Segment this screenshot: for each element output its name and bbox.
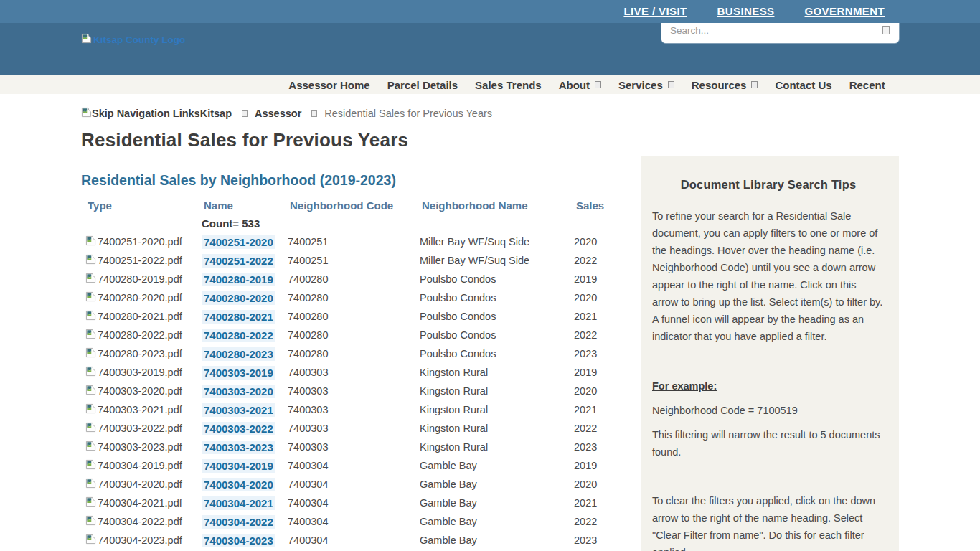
- document-link[interactable]: 7400303-2022: [202, 422, 275, 435]
- table-row: 7400304-2021.pdf7400304-20217400304Gambl…: [85, 494, 622, 512]
- neighborhood-name-cell: Poulsbo Condos: [420, 292, 574, 303]
- neighborhood-code-cell: 7400304: [288, 479, 420, 490]
- clear-filters-text: To clear the filters you applied, click …: [652, 492, 885, 551]
- neighborhood-name-cell: Kingston Rural: [420, 367, 574, 378]
- broken-image-icon: [85, 291, 96, 304]
- document-name-cell: 7400303-2022: [202, 423, 288, 435]
- nav-item-sales-trends[interactable]: Sales Trends: [475, 79, 542, 91]
- document-link[interactable]: 7400280-2022: [202, 329, 275, 342]
- document-link[interactable]: 7400251-2022: [202, 254, 275, 268]
- sales-year-cell: 2020: [574, 292, 617, 303]
- document-name-cell: 7400280-2020: [202, 292, 288, 304]
- document-link[interactable]: 7400304-2021: [202, 496, 275, 510]
- document-type-cell[interactable]: 7400280-2021.pdf: [85, 310, 202, 323]
- search-tips-paragraph: To refine your search for a Residential …: [652, 207, 885, 345]
- breadcrumb-link-assessor[interactable]: Assessor: [255, 108, 301, 119]
- neighborhood-code-cell: 7400303: [288, 423, 420, 434]
- document-link[interactable]: 7400280-2019: [202, 273, 275, 286]
- column-header-neighborhood-code[interactable]: Neighborhood Code: [288, 199, 420, 212]
- nav-item-parcel-details[interactable]: Parcel Details: [387, 79, 458, 91]
- sales-year-cell: 2021: [574, 311, 617, 322]
- table-row: 7400280-2020.pdf7400280-20207400280Pouls…: [85, 288, 622, 307]
- document-link[interactable]: 7400303-2020: [202, 385, 275, 398]
- nav-item-about[interactable]: About: [559, 79, 601, 91]
- document-type-cell[interactable]: 7400280-2022.pdf: [85, 329, 202, 342]
- document-link[interactable]: 7400303-2023: [202, 441, 275, 454]
- broken-image-icon: [85, 347, 96, 360]
- document-type-cell[interactable]: 7400303-2020.pdf: [85, 385, 202, 397]
- document-type-cell[interactable]: 7400303-2019.pdf: [85, 366, 202, 379]
- column-header-neighborhood-name[interactable]: Neighborhood Name: [420, 199, 574, 212]
- document-type-cell[interactable]: 7400251-2022.pdf: [85, 254, 202, 267]
- document-type-cell[interactable]: 7400304-2019.pdf: [85, 459, 202, 472]
- table-header-row: TypeNameNeighborhood CodeNeighborhood Na…: [85, 197, 622, 214]
- search-tips-title: Document Library Search Tips: [652, 178, 885, 192]
- broken-image-icon: [85, 385, 96, 397]
- neighborhood-name-cell: Kingston Rural: [420, 385, 574, 397]
- document-link[interactable]: 7400303-2019: [202, 366, 275, 380]
- document-type-cell[interactable]: 7400303-2022.pdf: [85, 422, 202, 435]
- document-type-cell[interactable]: 7400280-2019.pdf: [85, 273, 202, 286]
- nav-item-label: Contact Us: [775, 79, 831, 91]
- sales-table: TypeNameNeighborhood CodeNeighborhood Na…: [85, 197, 622, 551]
- document-filename: 7400304-2021.pdf: [98, 497, 182, 509]
- neighborhood-name-cell: Gamble Bay: [420, 516, 574, 527]
- broken-image-icon: [85, 329, 96, 342]
- nav-item-services[interactable]: Services: [618, 79, 674, 91]
- count-label: Count= 533: [202, 217, 288, 230]
- sales-year-cell: 2022: [574, 516, 617, 527]
- broken-image-icon: [85, 459, 96, 472]
- document-type-cell[interactable]: 7400304-2021.pdf: [85, 496, 202, 509]
- document-link[interactable]: 7400280-2021: [202, 310, 275, 324]
- site-logo-link[interactable]: Kitsap County Logo: [81, 33, 185, 47]
- document-link[interactable]: 7400304-2023: [202, 534, 275, 547]
- document-name-cell: 7400251-2020: [202, 236, 288, 248]
- top-links: LIVE / VISITBUSINESSGOVERNMENT: [623, 5, 885, 17]
- breadcrumb-home[interactable]: Skip Navigation Links Kitsap: [81, 107, 232, 120]
- neighborhood-code-cell: 7400280: [288, 292, 420, 303]
- nav-item-assessor-home[interactable]: Assessor Home: [288, 79, 369, 91]
- document-type-cell[interactable]: 7400303-2021.pdf: [85, 403, 202, 416]
- nav-item-resources[interactable]: Resources: [692, 79, 758, 91]
- sales-year-cell: 2020: [574, 236, 617, 248]
- document-type-cell[interactable]: 7400304-2022.pdf: [85, 515, 202, 528]
- document-type-cell[interactable]: 7400304-2023.pdf: [85, 534, 202, 547]
- neighborhood-code-cell: 7400280: [288, 273, 420, 285]
- top-link-business[interactable]: BUSINESS: [717, 5, 775, 17]
- skip-navigation-alt-text: Skip Navigation Links: [92, 108, 200, 119]
- top-link-live-visit[interactable]: LIVE / VISIT: [623, 5, 687, 17]
- nav-item-label: Resources: [692, 79, 747, 91]
- table-row: 7400304-2022.pdf7400304-20227400304Gambl…: [85, 512, 622, 531]
- document-link[interactable]: 7400304-2019: [202, 459, 275, 473]
- document-type-cell[interactable]: 7400304-2020.pdf: [85, 478, 202, 491]
- broken-image-icon: [85, 310, 96, 323]
- breadcrumb-separator-icon: [242, 110, 248, 117]
- document-link[interactable]: 7400303-2021: [202, 403, 275, 417]
- document-type-cell[interactable]: 7400251-2020.pdf: [85, 235, 202, 248]
- document-link[interactable]: 7400280-2023: [202, 347, 275, 361]
- column-header-type[interactable]: Type: [85, 199, 202, 212]
- column-header-sales[interactable]: Sales: [574, 199, 617, 212]
- nav-item-contact-us[interactable]: Contact Us: [775, 79, 831, 91]
- neighborhood-name-cell: Miller Bay WF/Suq Side: [420, 255, 574, 266]
- page-title: Residential Sales for Previous Years: [81, 129, 980, 151]
- neighborhood-code-cell: 7400280: [288, 311, 420, 322]
- table-row: 7400251-2022.pdf7400251-20227400251Mille…: [85, 251, 622, 270]
- document-link[interactable]: 7400280-2020: [202, 291, 275, 305]
- dropdown-caret-icon: [595, 81, 601, 88]
- top-link-government[interactable]: GOVERNMENT: [804, 5, 885, 17]
- document-type-cell[interactable]: 7400303-2023.pdf: [85, 441, 202, 453]
- document-name-cell: 7400304-2021: [202, 497, 288, 509]
- table-row: 7400280-2023.pdf7400280-20237400280Pouls…: [85, 344, 622, 363]
- broken-image-icon: [85, 478, 96, 491]
- broken-image-icon: [81, 33, 92, 47]
- document-type-cell[interactable]: 7400280-2020.pdf: [85, 291, 202, 304]
- breadcrumb-link-kitsap[interactable]: Kitsap: [200, 108, 232, 119]
- document-link[interactable]: 7400251-2020: [202, 235, 275, 249]
- result-text: This filtering will narrow the result to…: [652, 426, 885, 461]
- document-link[interactable]: 7400304-2020: [202, 478, 275, 491]
- document-link[interactable]: 7400304-2022: [202, 515, 275, 529]
- nav-item-recent[interactable]: Recent: [849, 79, 885, 91]
- document-type-cell[interactable]: 7400280-2023.pdf: [85, 347, 202, 360]
- column-header-name[interactable]: Name: [202, 199, 288, 212]
